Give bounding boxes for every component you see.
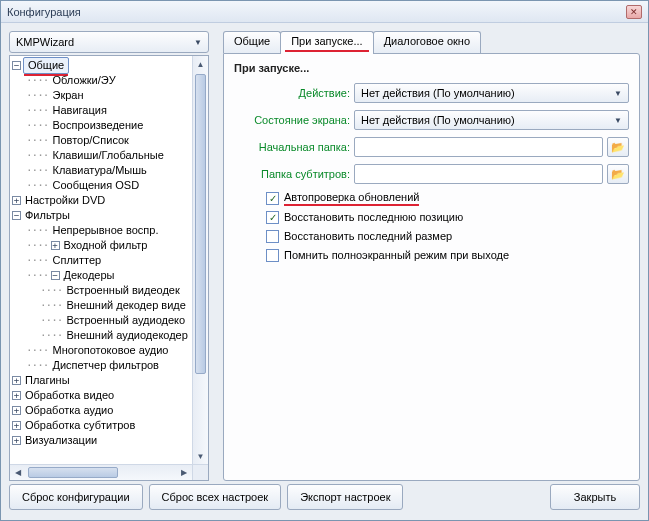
tree-node[interactable]: Плагины xyxy=(23,373,72,388)
tree-node[interactable]: Навигация xyxy=(51,103,109,118)
label-subs-folder: Папка субтитров: xyxy=(234,168,354,180)
tree-hscrollbar[interactable]: ◀ ▶ xyxy=(10,464,192,480)
content-panel: При запуске... Действие: Нет действия (П… xyxy=(223,53,640,481)
checkbox-restore-size[interactable] xyxy=(266,230,279,243)
tree-toggle[interactable]: − xyxy=(51,271,60,280)
tree-toggle[interactable]: + xyxy=(12,391,21,400)
tree-node[interactable]: Встроенный видеодек xyxy=(65,283,182,298)
chevron-down-icon: ▼ xyxy=(614,116,622,125)
tree-node[interactable]: Клавиши/Глобальные xyxy=(51,148,166,163)
tree-node[interactable]: Сообщения OSD xyxy=(51,178,142,193)
tree-node[interactable]: Сплиттер xyxy=(51,253,104,268)
scroll-right-icon[interactable]: ▶ xyxy=(176,465,192,480)
tab-dialog[interactable]: Диалоговое окно xyxy=(373,31,481,53)
tree-toggle[interactable]: + xyxy=(12,436,21,445)
tree-toggle[interactable]: + xyxy=(51,241,60,250)
close-button[interactable]: Закрыть xyxy=(550,484,640,510)
tree-node[interactable]: Многопотоковое аудио xyxy=(51,343,171,358)
tree-toggle[interactable]: + xyxy=(12,196,21,205)
bottom-buttons: Сброс конфигурации Сброс всех настроек Э… xyxy=(9,484,640,512)
export-button[interactable]: Экспорт настроек xyxy=(287,484,403,510)
preset-combo-value: KMPWizard xyxy=(16,36,74,48)
tree-node[interactable]: Повтор/Список xyxy=(51,133,131,148)
config-window: { "window": { "title": "Конфигурация" },… xyxy=(0,0,649,521)
select-screen-state[interactable]: Нет действия (По умолчанию)▼ xyxy=(354,110,629,130)
scroll-corner xyxy=(192,464,208,480)
input-subs-folder[interactable] xyxy=(354,164,603,184)
tree-node[interactable]: Входной фильтр xyxy=(62,238,150,253)
tree-viewport[interactable]: −Общие Обложки/ЭУ Экран Навигация Воспро… xyxy=(10,56,192,464)
titlebar: Конфигурация ✕ xyxy=(1,1,648,23)
checkbox-remember-fs[interactable] xyxy=(266,249,279,262)
label-start-folder: Начальная папка: xyxy=(234,141,354,153)
folder-open-icon: 📂 xyxy=(611,168,625,181)
checkbox-restore-pos[interactable] xyxy=(266,211,279,224)
checkbox-label: Восстановить последнюю позицию xyxy=(284,211,463,223)
tree-toggle[interactable]: − xyxy=(12,61,21,70)
tree-node[interactable]: Диспетчер фильтров xyxy=(51,358,161,373)
tree-node[interactable]: Встроенный аудиодеко xyxy=(65,313,188,328)
tree-node[interactable]: Клавиатура/Мышь xyxy=(51,163,149,178)
window-close-button[interactable]: ✕ xyxy=(626,5,642,19)
tree-toggle[interactable]: + xyxy=(12,406,21,415)
tree-node-general[interactable]: Общие xyxy=(23,57,69,74)
checkbox-auto-update[interactable] xyxy=(266,192,279,205)
tree-node[interactable]: Обработка субтитров xyxy=(23,418,137,433)
checkbox-label: Автопроверка обновлений xyxy=(284,191,419,206)
tab-general[interactable]: Общие xyxy=(223,31,281,53)
window-title: Конфигурация xyxy=(7,6,81,18)
reset-config-button[interactable]: Сброс конфигурации xyxy=(9,484,143,510)
select-action[interactable]: Нет действия (По умолчанию)▼ xyxy=(354,83,629,103)
tree-node[interactable]: Экран xyxy=(51,88,86,103)
tree-node[interactable]: Обложки/ЭУ xyxy=(51,73,118,88)
tree-node[interactable]: Непрерывное воспр. xyxy=(51,223,161,238)
tree-node[interactable]: Обработка аудио xyxy=(23,403,115,418)
preset-combo[interactable]: KMPWizard ▼ xyxy=(9,31,209,53)
chevron-down-icon: ▼ xyxy=(614,89,622,98)
tree-toggle[interactable]: + xyxy=(12,421,21,430)
tree-node[interactable]: Обработка видео xyxy=(23,388,116,403)
tabs: Общие При запуске... Диалоговое окно xyxy=(223,31,480,53)
browse-start-folder-button[interactable]: 📂 xyxy=(607,137,629,157)
scroll-left-icon[interactable]: ◀ xyxy=(10,465,26,480)
tree-vscrollbar[interactable]: ▲ ▼ xyxy=(192,56,208,464)
folder-open-icon: 📂 xyxy=(611,141,625,154)
scroll-thumb[interactable] xyxy=(195,74,206,374)
tree-node[interactable]: Декодеры xyxy=(62,268,117,283)
label-screen-state: Состояние экрана: xyxy=(234,114,354,126)
tree-node[interactable]: Визуализации xyxy=(23,433,99,448)
checkbox-label: Помнить полноэкранный режим при выходе xyxy=(284,249,509,261)
tree-node[interactable]: Настройки DVD xyxy=(23,193,107,208)
chevron-down-icon: ▼ xyxy=(194,38,202,47)
reset-all-button[interactable]: Сброс всех настроек xyxy=(149,484,282,510)
input-start-folder[interactable] xyxy=(354,137,603,157)
scroll-thumb[interactable] xyxy=(28,467,118,478)
scroll-down-icon[interactable]: ▼ xyxy=(193,448,208,464)
browse-subs-folder-button[interactable]: 📂 xyxy=(607,164,629,184)
tree-node[interactable]: Воспроизведение xyxy=(51,118,146,133)
tree-node[interactable]: Фильтры xyxy=(23,208,72,223)
tree-toggle[interactable]: + xyxy=(12,376,21,385)
tab-startup[interactable]: При запуске... xyxy=(280,31,373,54)
section-title: При запуске... xyxy=(234,62,629,74)
checkbox-label: Восстановить последний размер xyxy=(284,230,452,242)
tree-panel: −Общие Обложки/ЭУ Экран Навигация Воспро… xyxy=(9,55,209,481)
tree-node[interactable]: Внешний декодер виде xyxy=(65,298,188,313)
window-body: KMPWizard ▼ Общие При запуске... Диалого… xyxy=(1,23,648,520)
label-action: Действие: xyxy=(234,87,354,99)
scroll-up-icon[interactable]: ▲ xyxy=(193,56,208,72)
tree-toggle[interactable]: − xyxy=(12,211,21,220)
tree-node[interactable]: Внешний аудиодекодер xyxy=(65,328,190,343)
